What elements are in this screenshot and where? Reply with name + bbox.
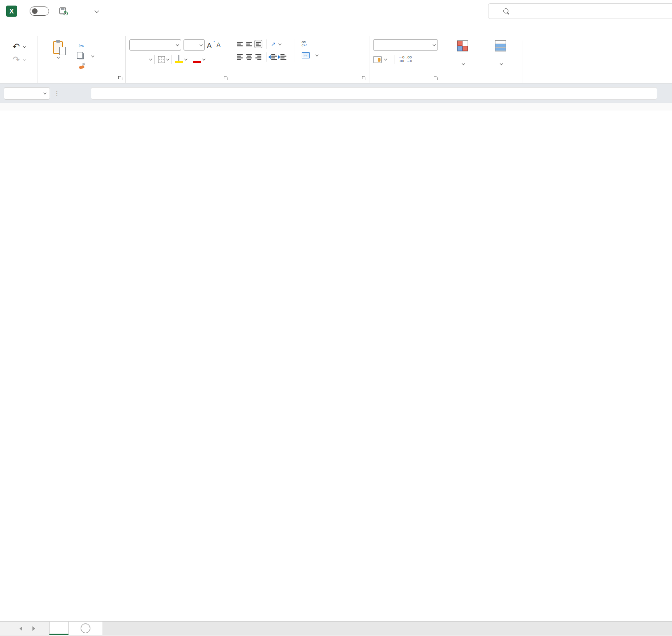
align-top-icon[interactable] bbox=[236, 40, 244, 48]
italic-button[interactable] bbox=[136, 59, 141, 60]
chevron-down-icon bbox=[500, 62, 503, 65]
conditional-formatting-button[interactable] bbox=[446, 39, 479, 83]
bold-button[interactable] bbox=[129, 59, 135, 60]
chevron-down-icon[interactable] bbox=[95, 8, 99, 13]
autosave-toggle[interactable] bbox=[30, 6, 49, 16]
cut-button[interactable]: ✂ bbox=[77, 41, 95, 51]
dialog-launcher-icon[interactable] bbox=[362, 76, 367, 81]
align-center-icon[interactable] bbox=[245, 52, 253, 62]
excel-logo-icon[interactable]: X bbox=[6, 6, 17, 17]
underline-button[interactable] bbox=[142, 59, 148, 60]
add-sheet-button[interactable] bbox=[69, 622, 102, 635]
font-size-select[interactable] bbox=[184, 39, 205, 51]
format-painter-icon bbox=[79, 63, 85, 69]
plus-icon bbox=[81, 623, 90, 633]
chevron-down-icon[interactable] bbox=[315, 53, 318, 57]
font-color-icon[interactable] bbox=[193, 56, 201, 63]
title-bar: X bbox=[0, 0, 672, 22]
format-as-table-icon bbox=[495, 40, 506, 51]
shrink-font-button[interactable]: Aˇ bbox=[217, 42, 223, 48]
ribbon: ↶ ↷ ✂ Aˆ Aˇ bbox=[0, 36, 672, 83]
wrap-text-button[interactable]: abc↩ bbox=[300, 39, 319, 48]
chevron-down-icon[interactable] bbox=[91, 54, 94, 57]
chevron-down-icon[interactable] bbox=[149, 57, 152, 60]
decrease-decimal-button[interactable]: .00→0 bbox=[406, 56, 412, 63]
orientation-icon[interactable]: ↗ bbox=[270, 41, 277, 47]
dialog-launcher-icon[interactable] bbox=[118, 76, 123, 81]
chevron-down-icon[interactable] bbox=[57, 56, 60, 59]
sheet-tab-bankkivonat[interactable] bbox=[49, 622, 69, 635]
chevron-down-icon bbox=[462, 62, 465, 65]
copy-icon bbox=[79, 53, 84, 59]
sheet-nav-right-icon[interactable] bbox=[32, 626, 35, 631]
align-left-icon[interactable] bbox=[236, 52, 244, 62]
number-group: ←0.00 .00→0 bbox=[369, 36, 441, 83]
chevron-down-icon bbox=[432, 43, 436, 46]
chevron-down-icon[interactable] bbox=[23, 45, 26, 48]
toggle-knob bbox=[32, 8, 38, 14]
dialog-launcher-icon[interactable] bbox=[224, 76, 228, 81]
wrap-text-icon: abc↩ bbox=[302, 40, 309, 47]
save-sync-icon[interactable] bbox=[59, 7, 68, 15]
sheet-bar-filler bbox=[102, 622, 672, 635]
font-name-select[interactable] bbox=[129, 39, 181, 51]
format-painter-button[interactable] bbox=[77, 62, 95, 70]
align-bottom-icon[interactable] bbox=[254, 40, 262, 48]
formula-bar: ⋮ bbox=[0, 83, 672, 103]
alignment-group: ↗ abc↩ ↔ bbox=[231, 36, 369, 83]
search-input[interactable] bbox=[488, 3, 672, 19]
increase-indent-icon[interactable] bbox=[279, 52, 287, 62]
paste-clipboard-icon bbox=[53, 41, 63, 54]
merge-cells-icon: ↔ bbox=[302, 52, 310, 58]
cell-styles-gallery bbox=[522, 40, 672, 83]
copy-button[interactable] bbox=[77, 52, 95, 60]
ribbon-tab-bar bbox=[0, 22, 672, 36]
chevron-down-icon[interactable] bbox=[384, 57, 387, 60]
align-right-icon[interactable] bbox=[254, 52, 262, 62]
number-format-select[interactable] bbox=[373, 39, 438, 51]
sheet-tab-bar bbox=[0, 621, 672, 635]
styles-group bbox=[441, 36, 672, 83]
chevron-down-icon[interactable] bbox=[184, 57, 187, 60]
chevron-down-icon bbox=[43, 91, 46, 94]
chevron-down-icon[interactable] bbox=[202, 57, 205, 60]
fill-color-icon[interactable] bbox=[175, 56, 183, 63]
spreadsheet-grid bbox=[0, 111, 672, 621]
name-box-splitter[interactable]: ⋮ bbox=[54, 90, 60, 97]
chevron-down-icon bbox=[176, 43, 179, 46]
chevron-down-icon[interactable] bbox=[166, 57, 169, 60]
clipboard-group: ✂ bbox=[38, 36, 126, 83]
conditional-formatting-icon bbox=[457, 40, 468, 51]
cut-scissors-icon: ✂ bbox=[79, 42, 84, 50]
undo-button[interactable]: ↶ bbox=[11, 42, 27, 52]
name-box[interactable] bbox=[4, 87, 50, 100]
decrease-indent-icon[interactable] bbox=[270, 52, 278, 62]
chevron-down-icon bbox=[23, 57, 26, 61]
redo-button[interactable]: ↷ bbox=[11, 55, 27, 65]
format-as-table-button[interactable] bbox=[484, 39, 517, 83]
dialog-launcher-icon[interactable] bbox=[434, 76, 438, 81]
align-middle-icon[interactable] bbox=[245, 40, 253, 48]
sheet-nav-left-icon[interactable] bbox=[19, 626, 22, 631]
search-icon bbox=[503, 8, 509, 14]
chevron-down-icon bbox=[199, 43, 203, 46]
merge-cells-button[interactable]: ↔ bbox=[300, 51, 319, 59]
grow-font-button[interactable]: Aˆ bbox=[207, 41, 215, 49]
chevron-down-icon[interactable] bbox=[278, 42, 281, 45]
undo-group: ↶ ↷ bbox=[0, 36, 38, 83]
column-headers bbox=[0, 103, 672, 111]
paste-button[interactable] bbox=[44, 39, 72, 83]
formula-input[interactable] bbox=[91, 87, 657, 100]
accounting-format-icon[interactable] bbox=[373, 56, 382, 63]
increase-decimal-button[interactable]: ←0.00 bbox=[399, 56, 404, 63]
borders-icon[interactable] bbox=[158, 56, 165, 63]
font-group: Aˆ Aˇ bbox=[126, 36, 231, 83]
